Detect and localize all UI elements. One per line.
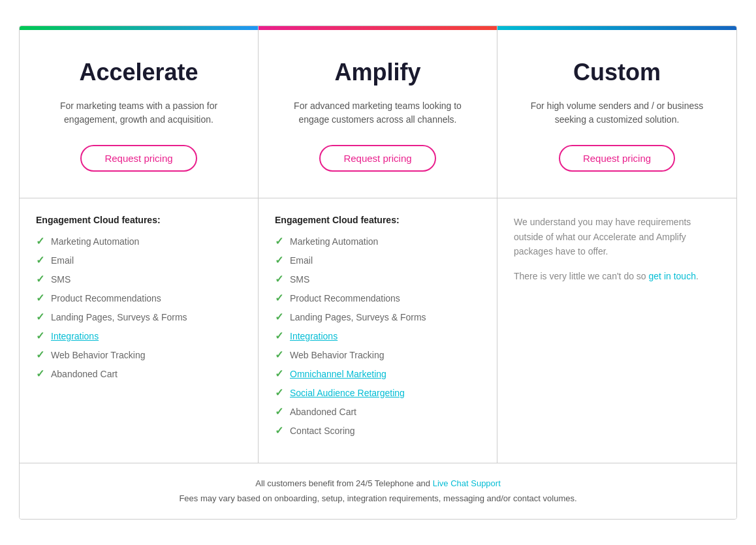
feature-label: Web Behavior Tracking <box>51 350 145 360</box>
feature-link-integrations-amplify[interactable]: Integrations <box>290 331 338 341</box>
feature-label: Email <box>51 255 74 266</box>
feature-label: Product Recommendations <box>290 293 400 304</box>
check-icon: ✓ <box>36 235 44 247</box>
list-item: ✓ Abandoned Cart <box>275 405 480 418</box>
accelerate-features-title: Engagement Cloud features: <box>36 215 242 225</box>
features-section: Engagement Cloud features: ✓ Marketing A… <box>20 198 736 463</box>
feature-label: Landing Pages, Surveys & Forms <box>51 312 187 322</box>
custom-contact-text: There is very little we can't do so get … <box>514 269 720 283</box>
accelerate-description: For marketing teams with a passion for e… <box>39 99 238 129</box>
list-item: ✓ SMS <box>36 273 242 285</box>
list-item: ✓ Social Audience Retargeting <box>275 386 480 399</box>
live-chat-link[interactable]: Live Chat Support <box>433 478 501 488</box>
check-icon: ✓ <box>275 349 283 361</box>
footer-text-before: All customers benefit from 24/5 Telephon… <box>255 478 432 488</box>
pricing-table: Accelerate For marketing teams with a pa… <box>19 25 737 519</box>
accelerate-request-btn[interactable]: Request pricing <box>80 145 197 172</box>
accelerate-title: Accelerate <box>39 59 238 86</box>
custom-text-after: . <box>696 271 699 281</box>
get-in-touch-link[interactable]: get in touch <box>649 271 696 281</box>
check-icon: ✓ <box>36 330 44 342</box>
custom-top-bar <box>497 26 736 30</box>
footer-line-1: All customers benefit from 24/5 Telephon… <box>33 476 723 491</box>
amplify-description: For advanced marketing teams looking to … <box>278 99 477 129</box>
check-icon: ✓ <box>275 424 283 437</box>
feature-label: Marketing Automation <box>290 236 378 247</box>
feature-label: Abandoned Cart <box>290 407 356 417</box>
check-icon: ✓ <box>275 330 283 342</box>
custom-text-before: There is very little we can't do so <box>514 271 649 281</box>
list-item: ✓ Web Behavior Tracking <box>36 349 242 361</box>
list-item: ✓ Product Recommendations <box>36 292 242 304</box>
accelerate-top-bar <box>20 26 258 30</box>
accelerate-features: Engagement Cloud features: ✓ Marketing A… <box>20 198 259 463</box>
list-item: ✓ Landing Pages, Surveys & Forms <box>36 311 242 323</box>
list-item: ✓ Landing Pages, Surveys & Forms <box>275 311 480 323</box>
list-item: ✓ SMS <box>275 273 480 285</box>
list-item: ✓ Marketing Automation <box>275 235 480 247</box>
check-icon: ✓ <box>36 311 44 323</box>
amplify-features-title: Engagement Cloud features: <box>275 215 480 225</box>
check-icon: ✓ <box>275 235 283 247</box>
custom-request-btn[interactable]: Request pricing <box>559 145 675 172</box>
check-icon: ✓ <box>275 405 283 418</box>
plan-header-custom: Custom For high volume senders and / or … <box>497 26 736 198</box>
feature-label: Product Recommendations <box>51 293 161 304</box>
list-item: ✓ Integrations <box>275 330 480 342</box>
feature-label: Email <box>290 255 313 266</box>
feature-link-social[interactable]: Social Audience Retargeting <box>290 388 405 398</box>
custom-features: We understand you may have requirements … <box>497 198 736 463</box>
custom-title: Custom <box>517 59 717 86</box>
check-icon: ✓ <box>36 292 44 304</box>
feature-label: SMS <box>51 274 71 285</box>
list-item: ✓ Abandoned Cart <box>36 367 242 380</box>
plan-header-accelerate: Accelerate For marketing teams with a pa… <box>20 26 259 198</box>
list-item: ✓ Integrations <box>36 330 242 342</box>
feature-label: Contact Scoring <box>290 426 355 436</box>
list-item: ✓ Email <box>275 254 480 266</box>
check-icon: ✓ <box>275 292 283 304</box>
amplify-title: Amplify <box>278 59 477 86</box>
feature-label: Landing Pages, Surveys & Forms <box>290 312 426 322</box>
check-icon: ✓ <box>275 367 283 380</box>
check-icon: ✓ <box>275 386 283 399</box>
plan-headers: Accelerate For marketing teams with a pa… <box>20 26 736 198</box>
check-icon: ✓ <box>275 311 283 323</box>
amplify-features: Engagement Cloud features: ✓ Marketing A… <box>259 198 497 463</box>
check-icon: ✓ <box>275 254 283 266</box>
list-item: ✓ Product Recommendations <box>275 292 480 304</box>
feature-label: Abandoned Cart <box>51 369 118 379</box>
list-item: ✓ Omnichannel Marketing <box>275 367 480 380</box>
amplify-request-btn[interactable]: Request pricing <box>319 145 435 172</box>
list-item: ✓ Marketing Automation <box>36 235 242 247</box>
check-icon: ✓ <box>36 254 44 266</box>
feature-link-integrations[interactable]: Integrations <box>51 331 99 341</box>
custom-description: For high volume senders and / or busines… <box>517 99 717 129</box>
feature-label: Marketing Automation <box>51 236 139 247</box>
list-item: ✓ Web Behavior Tracking <box>275 349 480 361</box>
pricing-footer: All customers benefit from 24/5 Telephon… <box>20 463 736 518</box>
feature-label: SMS <box>290 274 309 285</box>
list-item: ✓ Contact Scoring <box>275 424 480 437</box>
feature-label: Web Behavior Tracking <box>290 350 384 360</box>
amplify-top-bar <box>259 26 497 30</box>
footer-line-2: Fees may vary based on onboarding, setup… <box>33 491 723 506</box>
check-icon: ✓ <box>36 273 44 285</box>
list-item: ✓ Email <box>36 254 242 266</box>
check-icon: ✓ <box>36 349 44 361</box>
plan-header-amplify: Amplify For advanced marketing teams loo… <box>259 26 497 198</box>
custom-description-text: We understand you may have requirements … <box>514 215 720 258</box>
check-icon: ✓ <box>36 367 44 380</box>
check-icon: ✓ <box>275 273 283 285</box>
feature-link-omnichannel[interactable]: Omnichannel Marketing <box>290 369 386 379</box>
